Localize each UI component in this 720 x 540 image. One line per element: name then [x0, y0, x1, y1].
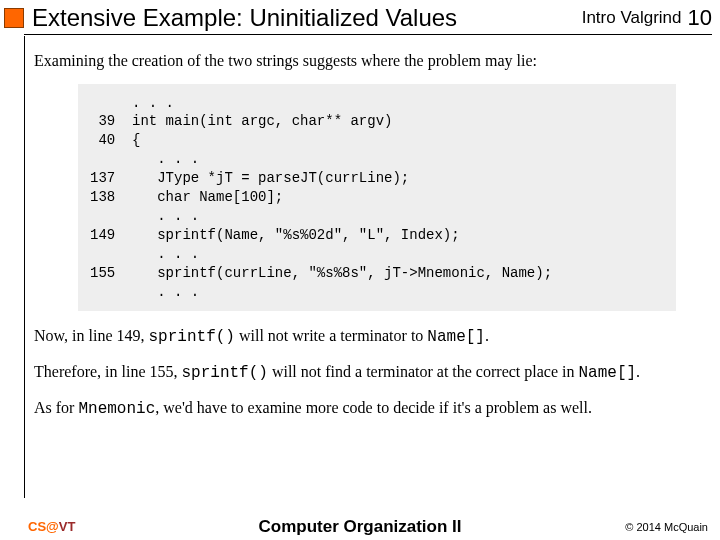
intro-text: Examining the creation of the two string…	[34, 50, 706, 72]
paragraph-mnemonic: As for Mnemonic, we'd have to examine mo…	[34, 397, 706, 421]
code-inline: Mnemonic	[78, 400, 155, 418]
course-name: Intro Valgrind	[582, 8, 682, 28]
footer-cs: CS	[28, 519, 46, 534]
text: , we'd have to examine more code to deci…	[155, 399, 592, 416]
code-block: . . . 39 int main(int argc, char** argv)…	[78, 84, 676, 312]
slide-body: Examining the creation of the two string…	[34, 50, 706, 494]
header-rule	[24, 34, 712, 35]
text: As for	[34, 399, 78, 416]
text: .	[485, 327, 489, 344]
text: will not find a terminator at the correc…	[268, 363, 579, 380]
slide-footer: CS@VT Computer Organization II © 2014 Mc…	[0, 519, 720, 534]
paragraph-line149: Now, in line 149, sprintf() will not wri…	[34, 325, 706, 349]
text: Therefore, in line 155,	[34, 363, 182, 380]
paragraph-line155: Therefore, in line 155, sprintf() will n…	[34, 361, 706, 385]
slide-title: Extensive Example: Uninitialized Values	[32, 4, 582, 32]
slide-header: Extensive Example: Uninitialized Values …	[0, 0, 720, 34]
slide: Extensive Example: Uninitialized Values …	[0, 0, 720, 540]
code-inline: Name[]	[427, 328, 485, 346]
text: Now, in line 149,	[34, 327, 149, 344]
footer-vt: VT	[59, 519, 76, 534]
page-number: 10	[688, 5, 712, 31]
left-rule	[24, 36, 25, 498]
footer-course-title: Computer Organization II	[258, 517, 461, 537]
footer-org: CS@VT	[28, 519, 75, 534]
text: will not write a terminator to	[235, 327, 427, 344]
text: .	[636, 363, 640, 380]
code-inline: sprintf()	[182, 364, 268, 382]
footer-at: @	[46, 519, 59, 534]
code-inline: sprintf()	[149, 328, 235, 346]
header-bullet-icon	[4, 8, 24, 28]
footer-copyright: © 2014 McQuain	[625, 521, 708, 533]
code-inline: Name[]	[578, 364, 636, 382]
